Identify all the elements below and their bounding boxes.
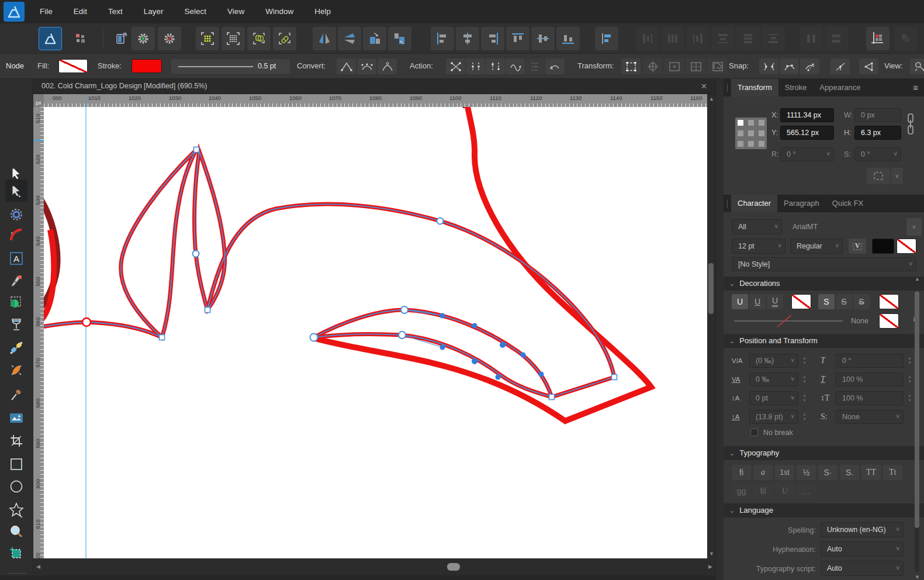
tab-quickfx[interactable]: Quick FX: [826, 195, 870, 212]
menu-view[interactable]: View: [217, 0, 255, 23]
subscript-button[interactable]: S.: [840, 465, 859, 480]
leading-stepper[interactable]: ˄˅: [800, 410, 809, 424]
corner-tool[interactable]: [5, 225, 27, 245]
scroll-down-icon[interactable]: ▼: [709, 551, 714, 557]
move-by-whole-pixels-button[interactable]: [247, 27, 271, 50]
ellipse-tool[interactable]: [5, 477, 27, 496]
horizontal-ruler[interactable]: 000 1010 1020 1030 1040 1050 1060 1070 1…: [44, 94, 707, 107]
gradient-tool[interactable]: [5, 338, 27, 358]
x-field[interactable]: 1111.34 px: [780, 108, 834, 122]
menu-file[interactable]: File: [29, 0, 63, 23]
typography-section-header[interactable]: ⌄Typography: [724, 446, 924, 460]
no-break-checkbox[interactable]: [750, 429, 758, 436]
action-fill-mode-button[interactable]: [525, 58, 545, 74]
text-colour-swatch[interactable]: [872, 239, 894, 254]
menu-select[interactable]: Select: [174, 0, 217, 23]
kerning-stepper[interactable]: ˄˅: [800, 354, 809, 368]
hyphenation-dropdown[interactable]: Auto˅: [821, 541, 904, 557]
canvas[interactable]: [44, 107, 707, 558]
defaults-gear-button[interactable]: [158, 27, 181, 50]
script-dropdown[interactable]: None˅: [836, 410, 904, 424]
transform-mirror-button[interactable]: [686, 58, 705, 74]
tab-stroke[interactable]: Stroke: [778, 79, 814, 96]
h-field[interactable]: 6.3 px: [854, 126, 901, 140]
flip-vertical-button[interactable]: [338, 27, 361, 50]
designer-persona-button[interactable]: [39, 27, 62, 50]
all-caps-button[interactable]: TT: [861, 465, 881, 480]
strikethrough-none-button[interactable]: S: [818, 294, 835, 309]
panel-scroll-thumb[interactable]: [915, 291, 919, 528]
transform-bbox-button[interactable]: [621, 58, 641, 74]
fill-swatch[interactable]: [58, 59, 88, 73]
space-horizontal-left-button[interactable]: [636, 27, 659, 50]
vector-crop-tool[interactable]: [5, 431, 27, 451]
ligatures-button[interactable]: fi: [732, 465, 751, 480]
transform-origin-button[interactable]: [643, 58, 662, 74]
swashes-button[interactable]: gg: [732, 484, 751, 499]
underline-none-button[interactable]: U: [732, 294, 748, 309]
export-persona-button[interactable]: [110, 27, 133, 50]
menu-help[interactable]: Help: [304, 0, 341, 23]
line-style-preview[interactable]: [732, 314, 846, 328]
rotate-ccw-button[interactable]: [363, 27, 386, 50]
align-top-button[interactable]: [506, 27, 530, 50]
align-bottom-button[interactable]: [556, 27, 580, 50]
background-red-curve[interactable]: [44, 230, 54, 329]
underline-single-button[interactable]: U: [749, 294, 766, 309]
horizontal-scroll-thumb[interactable]: [447, 563, 460, 571]
leading-field[interactable]: (13.8 pt)˅: [749, 410, 798, 424]
tab-transform[interactable]: Transform: [731, 79, 778, 96]
selected-red-node[interactable]: [82, 318, 91, 326]
point-transform-tool[interactable]: [5, 205, 27, 225]
r-dropdown[interactable]: 0 °˅: [780, 147, 834, 161]
auto-space-vertical-button[interactable]: [825, 27, 848, 50]
small-caps-button[interactable]: Tt: [883, 465, 902, 480]
app-logo-icon[interactable]: [4, 2, 25, 22]
v-scale-field[interactable]: 100 %: [836, 391, 904, 405]
tracking-field[interactable]: 0 ‰˅: [749, 372, 798, 386]
snap-to-geometry-button[interactable]: [780, 58, 799, 74]
canvas-vertical-scrollbar[interactable]: ▲ ▼: [707, 94, 715, 558]
cycle-selection-box-button[interactable]: [866, 27, 890, 50]
sharp-nodes[interactable]: [160, 147, 617, 400]
artistic-text-tool[interactable]: A: [5, 248, 27, 268]
align-to-spread-button[interactable]: [595, 27, 618, 50]
tracking-stepper[interactable]: ˄˅: [800, 372, 809, 386]
kerning-field[interactable]: (0 ‰)˅: [749, 354, 798, 368]
canvas-horizontal-scrollbar[interactable]: ◀ ▶: [33, 558, 715, 575]
vector-brush-tool[interactable]: [5, 360, 27, 380]
transparency-tool[interactable]: [5, 315, 27, 334]
snap-to-grid-button[interactable]: [196, 27, 219, 50]
scroll-up-icon[interactable]: ▲: [709, 96, 714, 102]
stroke-swatch[interactable]: [131, 59, 162, 73]
w-field[interactable]: 0 px: [854, 108, 901, 122]
decorations-section-header[interactable]: ⌄Decorations: [724, 277, 924, 291]
spelling-dropdown[interactable]: Unknown (en-NG)˅: [821, 522, 904, 537]
transform-options-chevron[interactable]: ˅: [891, 168, 903, 184]
baseline-field[interactable]: 0 pt˅: [749, 391, 798, 405]
panel-drag-handle[interactable]: [727, 84, 729, 92]
auto-space-horizontal-button[interactable]: [800, 27, 823, 50]
y-field[interactable]: 565.12 px: [780, 126, 834, 140]
convert-smooth-button[interactable]: [357, 58, 376, 74]
snapping-magnet-button[interactable]: [273, 27, 296, 50]
font-name-value[interactable]: ArialMT: [793, 220, 818, 234]
align-left-button[interactable]: [431, 27, 454, 50]
preferences-gear-button[interactable]: [131, 27, 155, 50]
rectangle-tool[interactable]: [5, 454, 27, 474]
baseline-stepper[interactable]: ˄˅: [800, 391, 809, 405]
panel-menu-icon[interactable]: ≡: [913, 82, 918, 92]
discretionary-ligatures-button[interactable]: fil: [753, 484, 773, 499]
action-join-curves-button[interactable]: [486, 58, 505, 74]
action-break-curve-button[interactable]: [446, 58, 465, 74]
text-stroke-swatch[interactable]: [897, 239, 916, 254]
menu-window[interactable]: Window: [255, 0, 304, 23]
pen-tool[interactable]: [5, 271, 27, 291]
s-dropdown[interactable]: 0 °˅: [854, 147, 901, 161]
shear-field[interactable]: 0 °: [836, 354, 904, 368]
space-horizontal-center-button[interactable]: [661, 27, 684, 50]
font-size-dropdown[interactable]: 12 pt˅: [732, 239, 785, 254]
force-pixel-alignment-button[interactable]: [222, 27, 245, 50]
align-center-button[interactable]: [456, 27, 479, 50]
transform-hide-selection-button[interactable]: [665, 58, 684, 74]
